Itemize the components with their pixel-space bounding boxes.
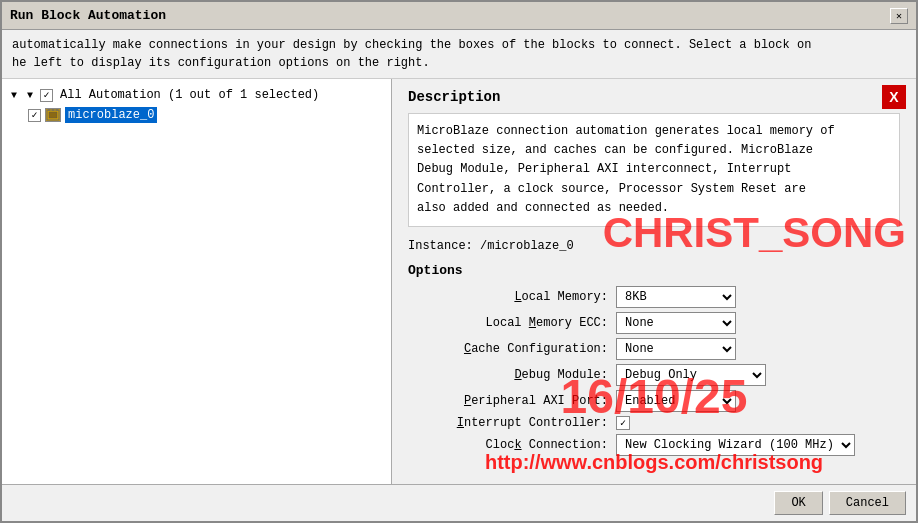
bottom-buttons: OK Cancel	[2, 484, 916, 521]
cancel-button[interactable]: Cancel	[829, 491, 906, 515]
local-memory-select[interactable]: 8KB 16KB 32KB 64KB	[616, 286, 736, 308]
left-panel: ▼ ▼ All Automation (1 out of 1 selected)	[2, 79, 392, 484]
tree-child-item[interactable]: microblaze_0	[28, 105, 385, 125]
tree-child-label[interactable]: microblaze_0	[65, 107, 157, 123]
description-body-text: MicroBlaze connection automation generat…	[417, 124, 835, 215]
description-bar: automatically make connections in your d…	[2, 30, 916, 79]
right-panel: X Description MicroBlaze connection auto…	[392, 79, 916, 484]
axi-select[interactable]: Enabled Disabled	[616, 390, 736, 412]
option-row-local-memory: Local Memory: 8KB 16KB 32KB 64KB	[408, 286, 900, 308]
axi-label: Peripheral AXI Port:	[408, 394, 608, 408]
option-row-local-memory-ecc: Local Memory ECC: None No ECC Basic ECC …	[408, 312, 900, 334]
debug-label: Debug Module:	[408, 368, 608, 382]
tree-expand-icon-2[interactable]: ▼	[24, 89, 36, 101]
main-content: ▼ ▼ All Automation (1 out of 1 selected)	[2, 79, 916, 484]
logo-area: X	[882, 85, 906, 109]
option-row-interrupt: Interrupt Controller:	[408, 416, 900, 430]
title-bar: Run Block Automation ✕	[2, 2, 916, 30]
local-memory-ecc-select[interactable]: None No ECC Basic ECC Full ECC	[616, 312, 736, 334]
ok-button[interactable]: OK	[774, 491, 822, 515]
option-row-cache: Cache Configuration: None 4KB 8KB	[408, 338, 900, 360]
run-block-automation-window: Run Block Automation ✕ automatically mak…	[0, 0, 918, 523]
description-line1: automatically make connections in your d…	[12, 36, 906, 54]
cache-select[interactable]: None 4KB 8KB	[616, 338, 736, 360]
proc-icon	[45, 108, 61, 122]
window-title: Run Block Automation	[10, 8, 166, 23]
option-row-debug: Debug Module: Debug Only Extended Debug …	[408, 364, 900, 386]
interrupt-checkbox[interactable]	[616, 416, 630, 430]
options-title: Options	[408, 263, 900, 278]
options-table: Local Memory: 8KB 16KB 32KB 64KB Local M…	[408, 286, 900, 456]
root-checkbox[interactable]	[40, 89, 53, 102]
debug-select[interactable]: Debug Only Extended Debug None	[616, 364, 766, 386]
description-body: MicroBlaze connection automation generat…	[408, 113, 900, 227]
option-row-clock: Clock Connection: New Clocking Wizard (1…	[408, 434, 900, 456]
close-button[interactable]: ✕	[890, 8, 908, 24]
tree-expand-icon[interactable]: ▼	[8, 89, 20, 101]
description-title: Description	[408, 89, 900, 105]
clock-label: Clock Connection:	[408, 438, 608, 452]
title-bar-buttons: ✕	[890, 8, 908, 24]
tree-root-item[interactable]: ▼ ▼ All Automation (1 out of 1 selected)	[8, 85, 385, 105]
cache-label: Cache Configuration:	[408, 342, 608, 356]
tree-root-label: All Automation (1 out of 1 selected)	[57, 87, 322, 103]
clock-select[interactable]: New Clocking Wizard (100 MHz) Existing C…	[616, 434, 855, 456]
child-checkbox[interactable]	[28, 109, 41, 122]
svg-rect-1	[49, 112, 57, 118]
instance-line: Instance: /microblaze_0	[408, 239, 900, 253]
logo-icon: X	[882, 85, 906, 109]
local-memory-ecc-label: Local Memory ECC:	[408, 316, 608, 330]
interrupt-label: Interrupt Controller:	[408, 416, 608, 430]
local-memory-label: Local Memory:	[408, 290, 608, 304]
option-row-axi: Peripheral AXI Port: Enabled Disabled	[408, 390, 900, 412]
description-line2: he left to display its configuration opt…	[12, 54, 906, 72]
